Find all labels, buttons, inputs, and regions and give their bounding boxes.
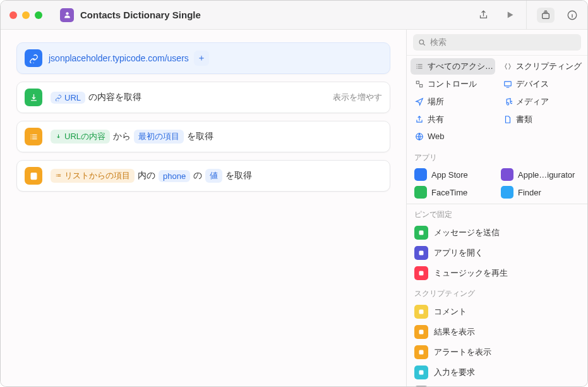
contents-token[interactable]: URLの内容 bbox=[51, 130, 110, 144]
doc-icon bbox=[503, 115, 512, 125]
pinned-list: メッセージを送信アプリを開くミュージックを再生 bbox=[407, 223, 587, 283]
scripting-section-title: スクリプティング bbox=[407, 283, 587, 302]
app-icon bbox=[414, 186, 427, 199]
get-item-body: URLの内容 から 最初の項目 を取得 bbox=[49, 130, 382, 144]
close-window-button[interactable] bbox=[9, 11, 17, 19]
window-title: Contacts Dictionary Single bbox=[80, 9, 477, 20]
shortcut-icon bbox=[60, 8, 74, 22]
action-icon bbox=[414, 345, 428, 359]
get-contents-action[interactable]: URL の内容を取得 表示を増やす bbox=[16, 82, 390, 113]
device-icon bbox=[503, 80, 512, 89]
app-icon bbox=[414, 168, 427, 181]
action-icon bbox=[414, 246, 428, 260]
app-item[interactable]: Apple…igurator bbox=[497, 166, 584, 183]
svg-point-4 bbox=[419, 40, 424, 44]
category-device[interactable]: デバイス bbox=[499, 76, 584, 92]
category-loc[interactable]: 場所 bbox=[411, 94, 495, 110]
scripting-list: コメント結果を表示アラートを表示入力を要求数えるメニューから選択 bbox=[407, 302, 587, 386]
category-ctrl[interactable]: コントロール bbox=[411, 76, 495, 92]
category-share[interactable]: 共有 bbox=[411, 111, 495, 128]
action-item[interactable]: 数える bbox=[407, 383, 587, 386]
script-icon bbox=[503, 62, 512, 71]
ctrl-icon bbox=[414, 80, 424, 89]
get-dict-body: リストからの項目 内の phone の 値 を取得 bbox=[49, 169, 382, 183]
app-icon bbox=[501, 186, 513, 199]
pinned-section-title: ピンで固定 bbox=[407, 204, 587, 223]
value-selector[interactable]: 値 bbox=[205, 169, 222, 183]
download-icon bbox=[25, 89, 42, 106]
apps-section-title: アプリ bbox=[407, 147, 587, 166]
svg-rect-10 bbox=[419, 251, 424, 255]
link-icon bbox=[25, 49, 42, 67]
category-script[interactable]: スクリプティング bbox=[499, 58, 584, 75]
svg-rect-5 bbox=[416, 81, 419, 83]
action-item[interactable]: アプリを開く bbox=[407, 243, 587, 263]
search-wrap: 検索 bbox=[407, 30, 587, 56]
share-icon bbox=[414, 115, 424, 125]
url-text[interactable]: jsonplaceholder.typicode.com/users bbox=[49, 53, 189, 63]
action-icon bbox=[414, 325, 428, 339]
svg-rect-12 bbox=[419, 310, 424, 314]
minimize-window-button[interactable] bbox=[22, 11, 30, 19]
window-controls bbox=[9, 11, 42, 19]
add-url-button[interactable]: ＋ bbox=[194, 51, 209, 66]
list-item-token[interactable]: リストからの項目 bbox=[51, 169, 135, 183]
action-icon bbox=[414, 386, 428, 386]
svg-rect-6 bbox=[419, 85, 422, 87]
svg-rect-11 bbox=[419, 271, 424, 276]
info-button[interactable] bbox=[566, 9, 579, 22]
url-action[interactable]: jsonplaceholder.typicode.com/users ＋ bbox=[16, 42, 390, 74]
workflow-canvas[interactable]: jsonplaceholder.typicode.com/users ＋ URL… bbox=[1, 30, 406, 386]
app-item[interactable]: FaceTime bbox=[411, 183, 497, 201]
category-doc[interactable]: 書類 bbox=[499, 111, 584, 128]
toolbar-actions bbox=[477, 9, 516, 22]
url-token[interactable]: URL bbox=[51, 92, 85, 104]
url-action-body: jsonplaceholder.typicode.com/users ＋ bbox=[49, 51, 382, 66]
search-input[interactable]: 検索 bbox=[413, 34, 581, 51]
share-button[interactable] bbox=[477, 9, 489, 22]
action-item[interactable]: ミュージックを再生 bbox=[407, 263, 587, 283]
action-item[interactable]: 結果を表示 bbox=[407, 322, 587, 342]
get-item-action[interactable]: URLの内容 から 最初の項目 を取得 bbox=[16, 121, 390, 152]
svg-rect-1 bbox=[543, 13, 549, 18]
fullscreen-window-button[interactable] bbox=[35, 11, 42, 19]
library-sidebar: 検索 すべてのアクシ…スクリプティングコントロールデバイス場所メディア共有書類W… bbox=[406, 30, 587, 386]
action-icon bbox=[414, 366, 428, 379]
svg-rect-13 bbox=[419, 330, 424, 335]
svg-rect-14 bbox=[419, 350, 424, 355]
first-item-selector[interactable]: 最初の項目 bbox=[134, 130, 184, 144]
list-icon bbox=[414, 62, 424, 71]
show-more-button[interactable]: 表示を増やす bbox=[333, 92, 382, 103]
action-item[interactable]: メッセージを送信 bbox=[407, 223, 587, 243]
web-icon bbox=[414, 132, 424, 141]
action-icon bbox=[414, 305, 428, 319]
svg-rect-15 bbox=[419, 371, 424, 375]
category-list[interactable]: すべてのアクシ… bbox=[411, 58, 495, 75]
action-item[interactable]: アラートを表示 bbox=[407, 342, 587, 362]
titlebar: Contacts Dictionary Single bbox=[1, 1, 587, 30]
category-media[interactable]: メディア bbox=[499, 94, 584, 110]
get-dict-value-action[interactable]: リストからの項目 内の phone の 値 を取得 bbox=[16, 160, 390, 192]
app-item[interactable]: App Store bbox=[411, 166, 497, 183]
category-web[interactable]: Web bbox=[411, 129, 495, 144]
key-input[interactable]: phone bbox=[159, 170, 190, 182]
apps-grid: App StoreApple…iguratorFaceTimeFinder bbox=[407, 166, 587, 201]
media-icon bbox=[503, 97, 512, 107]
app-item[interactable]: Finder bbox=[497, 183, 584, 201]
app-icon bbox=[501, 168, 513, 181]
svg-point-0 bbox=[66, 12, 68, 15]
action-icon bbox=[414, 266, 428, 280]
action-item[interactable]: 入力を要求 bbox=[407, 362, 587, 383]
library-toggle-button[interactable] bbox=[537, 8, 555, 23]
loc-icon bbox=[414, 97, 424, 107]
toolbar-right bbox=[527, 8, 579, 23]
category-grid: すべてのアクシ…スクリプティングコントロールデバイス場所メディア共有書類Web bbox=[407, 56, 587, 147]
search-placeholder: 検索 bbox=[430, 37, 447, 48]
get-contents-body: URL の内容を取得 bbox=[49, 92, 333, 104]
svg-rect-9 bbox=[419, 231, 424, 235]
run-button[interactable] bbox=[503, 9, 516, 22]
list-icon bbox=[25, 128, 42, 145]
svg-rect-7 bbox=[504, 82, 511, 86]
action-icon bbox=[414, 226, 428, 240]
action-item[interactable]: コメント bbox=[407, 302, 587, 322]
